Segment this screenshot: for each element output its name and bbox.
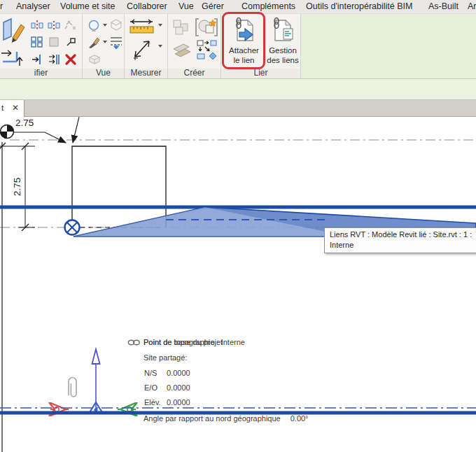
panel-label-vue: Vue bbox=[83, 69, 124, 78]
tab-collaborer[interactable]: Collaborer bbox=[127, 1, 167, 11]
wall-assembly-icon-disabled bbox=[171, 41, 193, 63]
coordinate-row-eo: E/O0.0000 bbox=[144, 383, 190, 392]
manage-links-label-line2: des liens bbox=[266, 56, 300, 65]
revit-window: r Analyser Volume et site Collaborer Vue… bbox=[0, 0, 476, 452]
drawing-canvas[interactable]: 2.75 2.75 bbox=[0, 117, 476, 452]
tooltip-line-1: Liens RVT : Modèle Revit lié : Site.rvt … bbox=[330, 229, 476, 240]
align-multiple-icon[interactable] bbox=[48, 53, 60, 69]
tab-as-built[interactable]: As-Built bbox=[428, 1, 458, 11]
underlay-lines-icon[interactable] bbox=[109, 36, 123, 52]
panel-mesurer: Mesurer bbox=[125, 14, 168, 78]
tooltip-line-2: Interne bbox=[330, 240, 476, 250]
view-tab-label: t bbox=[1, 104, 4, 112]
tab-vue[interactable]: Vue bbox=[178, 1, 194, 11]
ribbon: ifier Vue bbox=[0, 14, 476, 78]
coordinate-row-elev: Elév.0.0000 bbox=[144, 398, 190, 407]
view-tab-active[interactable]: t ✕ bbox=[0, 100, 24, 117]
split-gap-icon[interactable] bbox=[48, 20, 60, 34]
tab-partial[interactable]: r bbox=[0, 1, 3, 11]
view-tab-bar: t ✕ bbox=[0, 100, 476, 117]
elev-label: Elév. bbox=[144, 398, 167, 407]
paintbrush-icon[interactable] bbox=[88, 36, 100, 52]
attach-link-label-line2: le lien bbox=[224, 56, 264, 65]
coordinate-row-ns: N/S0.0000 bbox=[144, 369, 190, 377]
split-element-icon[interactable] bbox=[31, 20, 43, 34]
tab-interoperabilite[interactable]: Outils d'interopérabilité BIM bbox=[306, 1, 412, 11]
panel-label-creer: Créer bbox=[168, 69, 220, 78]
dimension-value-horizontal: 2.75 bbox=[15, 118, 34, 128]
elev-value: 0.0000 bbox=[167, 398, 190, 407]
ns-label: N/S bbox=[144, 369, 167, 377]
angle-label: Angle par rapport au nord géographique bbox=[144, 414, 281, 423]
eo-label: E/O bbox=[144, 383, 167, 392]
dimension-value-vertical: 2.75 bbox=[12, 178, 22, 196]
drawing-area: 2.75 2.75 bbox=[0, 117, 476, 452]
close-icon[interactable]: ✕ bbox=[12, 103, 19, 113]
leader-line-2 bbox=[73, 117, 79, 143]
tab-analyser[interactable]: Analyser bbox=[16, 1, 50, 11]
eo-value: 0.0000 bbox=[167, 383, 190, 392]
chevron-down-icon[interactable] bbox=[158, 24, 162, 27]
matrix-edit-icon[interactable] bbox=[31, 36, 43, 50]
tab-gerer[interactable]: Gérer bbox=[202, 1, 224, 11]
tab-ar-partial[interactable]: Ar bbox=[468, 1, 476, 11]
array-diagram-icon[interactable] bbox=[196, 39, 218, 64]
shared-site-label: Site partagé: bbox=[144, 353, 187, 362]
measure-diagonal-icon[interactable] bbox=[132, 38, 153, 63]
survey-point-label: Point de topographie : Interne bbox=[144, 338, 245, 346]
pin-icon[interactable] bbox=[64, 36, 77, 50]
manage-links-button[interactable]: Gestion des liens bbox=[266, 15, 300, 69]
survey-point-icon bbox=[1, 125, 14, 139]
panel-label-lier: Lier bbox=[221, 69, 300, 78]
panel-modifier: ifier bbox=[0, 14, 83, 78]
chevron-down-icon[interactable] bbox=[158, 45, 162, 48]
lightbulb-icon[interactable] bbox=[88, 20, 100, 35]
leader-line-1 bbox=[13, 132, 66, 143]
paperclip-icon bbox=[69, 378, 76, 397]
panel-creer: Créer bbox=[168, 14, 221, 78]
modify-corner-arrows-icon[interactable] bbox=[0, 48, 25, 70]
panel-vue: Vue bbox=[83, 14, 125, 78]
angle-row: Angle par rapport au nord géographique0.… bbox=[144, 414, 309, 423]
attach-link-icon bbox=[232, 17, 256, 45]
frame-icon-disabled bbox=[109, 18, 123, 34]
attach-link-label-line1: Attacher bbox=[224, 46, 264, 55]
project-base-point-icon bbox=[65, 220, 80, 235]
box-icon-disabled bbox=[88, 54, 102, 68]
ruler-icon[interactable] bbox=[129, 18, 155, 38]
align-icon[interactable] bbox=[31, 53, 43, 69]
building-outline bbox=[72, 146, 166, 227]
unpin-icon-disabled bbox=[64, 20, 77, 34]
ns-value: 0.0000 bbox=[167, 369, 190, 377]
create-similar-icon[interactable] bbox=[195, 17, 218, 41]
attach-link-button[interactable]: Attacher le lien bbox=[224, 15, 264, 69]
link-tooltip: Liens RVT : Modèle Revit lié : Site.rvt … bbox=[324, 227, 476, 253]
angle-value: 0.00° bbox=[290, 414, 309, 423]
tab-volume-et-site[interactable]: Volume et site bbox=[60, 1, 115, 11]
chevron-down-icon[interactable] bbox=[103, 24, 107, 27]
ribbon-tab-bar: r Analyser Volume et site Collaborer Vue… bbox=[0, 0, 476, 14]
chevron-down-icon[interactable] bbox=[103, 41, 107, 43]
manage-links-icon bbox=[272, 17, 295, 45]
tab-complements[interactable]: Compléments bbox=[241, 1, 295, 11]
gray-square-icon-disabled bbox=[48, 36, 60, 50]
panel-label-modifier: ifier bbox=[0, 69, 82, 78]
manage-links-label-line1: Gestion bbox=[266, 46, 300, 55]
panel-label-mesurer: Mesurer bbox=[125, 69, 167, 78]
panel-lier: Attacher le lien Gestion des liens Lier bbox=[221, 14, 301, 78]
delete-icon[interactable] bbox=[64, 53, 77, 69]
options-bar bbox=[0, 78, 476, 100]
modify-paste-icon[interactable] bbox=[1, 17, 26, 50]
group-cubes-icon-disabled bbox=[172, 18, 191, 39]
